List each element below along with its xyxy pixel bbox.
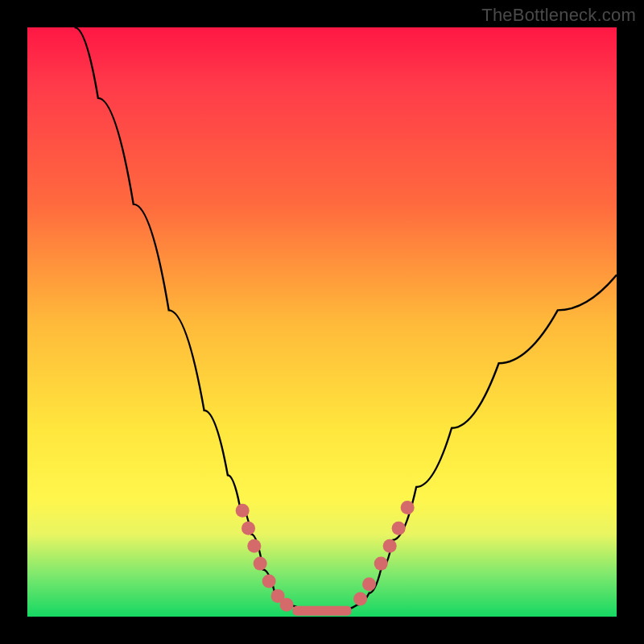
marker-group-left [236,504,294,612]
bottom-flat-segment [292,606,351,616]
marker-dot [362,577,376,591]
marker-dot [254,557,267,571]
marker-dot [401,501,415,514]
marker-group-right [353,501,415,605]
marker-dot [262,575,276,588]
marker-dot [242,522,255,535]
marker-dot [383,539,397,553]
chart-frame: TheBottleneck.com [0,0,644,644]
marker-dot [353,592,367,606]
marker-dot [236,504,250,518]
v-curve [75,27,617,611]
marker-dot [247,539,261,553]
marker-dot [374,557,388,571]
marker-dot [392,522,406,535]
chart-svg [27,27,617,617]
attribution-watermark: TheBottleneck.com [481,5,636,26]
marker-dot [280,598,294,612]
